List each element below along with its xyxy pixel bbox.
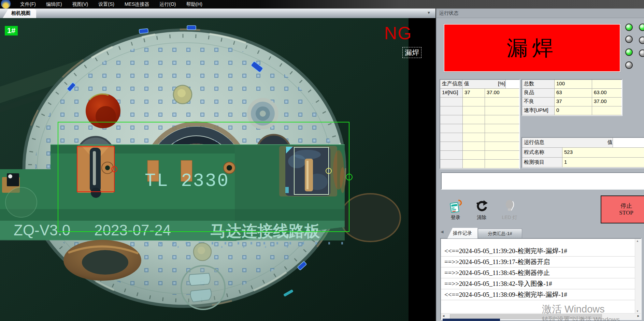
status-led-icon [639,37,644,44]
table-cell [440,151,463,159]
id-badge-icon [448,199,463,214]
table-cell: 1 [562,158,644,167]
menu-item[interactable]: MES连接器 [119,0,154,9]
table-cell [463,124,485,133]
stop-button-label-en: STOP [619,209,633,216]
table-cell [485,106,519,115]
scroll-left-icon[interactable]: ◄ [442,314,445,318]
red-solder-blob [86,93,120,128]
menu-item[interactable]: 帮助(H) [181,0,207,9]
camera-id-badge: 1# [5,26,18,35]
scrollbar-thumb[interactable] [450,314,602,319]
table-cell: 总数 [522,80,555,88]
application-window: 文件(F)编辑(E)视图(V)设置(S)MES连接器运行(O)帮助(H) 相机视… [0,0,644,321]
table-cell [592,80,621,88]
table-cell [463,151,485,159]
camera-tabstrip: 相机视图 ▼ [0,9,435,18]
table-header-cell: 生产信息 [440,80,462,88]
clear-button[interactable]: 清除 [471,199,492,223]
production-table: 生产信息值[%] 1#[NG] 37 37.00 [440,79,520,169]
log-entry: <<==2024-05-05_11:39:20-检测完毕-漏焊-1# [441,246,635,257]
menu-item[interactable]: 设置(S) [93,0,119,9]
tab-operation-log[interactable]: 操作记录 [447,228,477,238]
table-cell [485,115,519,124]
table-cell [463,115,485,124]
table-cell: 523 [562,148,644,157]
table-cell [463,142,485,150]
tab-camera-view[interactable]: 相机视图 [3,9,36,18]
table-row[interactable]: 速率[UPM] 0 [522,106,622,115]
stop-button[interactable]: 停止 STOP [601,195,644,223]
table-cell [485,124,519,133]
table-row[interactable] [440,151,519,160]
table-cell [485,133,519,142]
table-cell: 63 [555,89,592,97]
table-cell: 1#[NG] [440,89,463,97]
table-cell [485,160,519,168]
scroll-down-icon[interactable]: ▼ [636,310,639,313]
table-row[interactable]: 检测项目 1 [522,158,644,167]
status-led-icon [639,24,644,31]
led-light-button-label: LED 灯 [497,215,523,221]
pcb-name-text: 马达连接线路板 [210,222,320,240]
table-row[interactable] [440,98,519,106]
table-cell [463,106,485,115]
chevron-down-icon[interactable]: ▼ [427,11,431,15]
operation-log-box[interactable]: <<==2024-05-05_11:39:20-检测完毕-漏焊-1#==>>20… [440,238,642,320]
table-row[interactable]: 良品 63 63.00 [522,89,622,98]
table-row[interactable]: 总数 100 [522,80,622,89]
table-header-cell: 运行信息 [522,138,606,147]
table-cell: 0 [555,106,592,115]
tab-scroll-left-icon[interactable]: ◀ [441,230,443,234]
log-entry: ==>>2024-05-05_11:38:45-检测器停止 [441,267,635,278]
table-cell [485,151,519,159]
table-row[interactable]: 程式名称 523 [522,148,644,158]
status-panel: 运行状态 漏焊 生产信息值[%] 1#[NG] 37 37.00 [436,9,644,321]
table-header-cell: 值 [606,138,613,147]
table-cell [485,142,519,150]
run-info-table: 运行信息值 程式名称 523 检测项目 1 [521,137,644,168]
summary-table: 总数 100 良品 63 63.00 不良 37 37.00 速率[ [521,79,622,116]
camera-viewport[interactable]: TL 2330 ZQ-V3.0 2023-07-24 马达连接线路板 [0,18,435,321]
message-box [441,172,644,190]
tab-category-summary[interactable]: 分类汇总-1# [478,229,522,238]
menu-item[interactable]: 运行(O) [154,0,181,9]
table-row[interactable] [440,106,519,115]
status-led-icon [625,35,633,43]
refresh-icon [474,199,489,214]
inspection-result-text: NG [384,23,412,43]
table-cell: 37 [555,98,592,106]
table-row[interactable] [440,115,519,124]
table-cell [440,98,463,106]
log-entries: <<==2024-05-05_11:39:20-检测完毕-漏焊-1#==>>20… [441,246,635,300]
led-light-button[interactable]: LED 灯 [497,199,523,223]
menu-item[interactable]: 视图(V) [67,0,94,9]
menu-item[interactable]: 文件(F) [15,0,41,9]
table-cell: 程式名称 [522,148,562,157]
menu-item[interactable]: 编辑(E) [41,0,67,9]
taskbar-edge [443,319,500,321]
app-logo-icon [1,0,11,9]
table-cell [463,160,485,168]
table-row[interactable] [440,160,519,169]
table-row[interactable]: 不良 37 37.00 [522,98,622,106]
table-header-cell: 值 [462,80,496,88]
log-entry: ==>>2024-05-05_11:38:42-导入图像-1# [441,278,635,289]
table-row[interactable]: 1#[NG] 37 37.00 [440,89,519,98]
scroll-up-icon[interactable]: ▲ [636,239,639,243]
bulb-icon [502,199,517,214]
login-button[interactable]: 登录 [445,199,467,223]
table-cell [440,106,463,115]
clear-button-label: 清除 [471,215,492,221]
scroll-right-icon[interactable]: ► [637,314,640,318]
table-cell: 不良 [522,98,555,106]
pcb-model-text: TL 2330 [145,171,229,191]
table-cell: 100 [555,80,592,88]
defect-banner-text: 漏焊 [507,34,557,62]
table-row[interactable] [440,133,519,142]
defect-label: 漏焊 [402,47,421,58]
status-led-icon [625,48,633,56]
table-row[interactable] [440,142,519,151]
table-row[interactable] [440,124,519,133]
vertical-scrollbar[interactable]: ▲ ▼ [635,239,641,313]
